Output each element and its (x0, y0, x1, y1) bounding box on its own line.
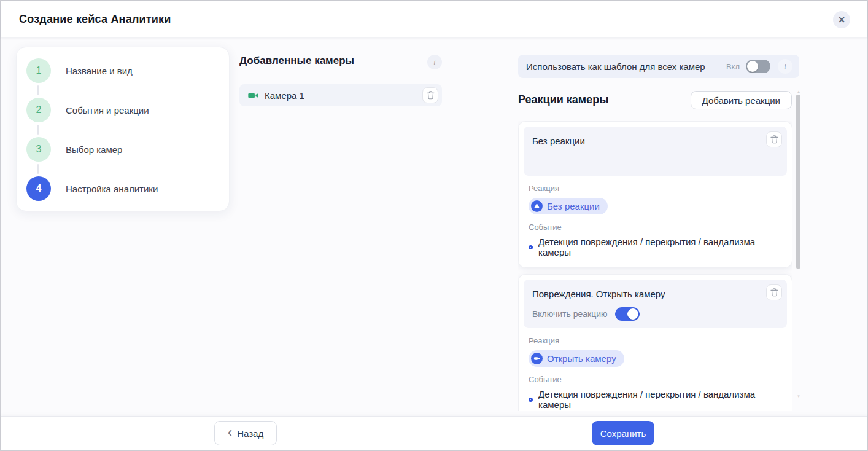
reaction-card-open-camera: Повреждения. Открыть камеру Включить реа… (518, 274, 792, 411)
reaction-field-label: Реакция (529, 184, 787, 193)
step-3-circle: 3 (26, 137, 51, 162)
reactions-scroll-area: Без реакции Реакция Без реакции Событи (518, 121, 792, 411)
event-ring-icon (529, 245, 533, 249)
back-button-label: Назад (237, 428, 263, 439)
toggle-knob (747, 61, 758, 72)
reactions-title: Реакции камеры (518, 93, 609, 106)
add-reactions-button[interactable]: Добавить реакции (691, 91, 792, 109)
enable-reaction-label: Включить реакцию (532, 309, 608, 319)
step-analytics-setup[interactable]: 4 Настройка аналитики (26, 176, 158, 201)
scroll-down-icon[interactable]: ▼ (796, 394, 801, 398)
event-field-label: Событие (529, 222, 787, 232)
stepper: 1 Название и вид 2 События и реакции 3 В… (16, 47, 230, 211)
event-text: Детекция повреждения / перекрытия / ванд… (538, 389, 787, 410)
no-reaction-icon (531, 200, 543, 212)
step-connector (37, 164, 39, 174)
step-events-reactions[interactable]: 2 События и реакции (26, 98, 149, 122)
delete-reaction-button[interactable] (766, 284, 782, 300)
step-4-label: Настройка аналитики (66, 184, 158, 194)
enable-reaction-row: Включить реакцию (532, 307, 780, 321)
trash-icon (770, 135, 778, 144)
reaction-card-header: Без реакции (524, 127, 787, 176)
back-button[interactable]: ‹ Назад (214, 421, 277, 445)
reactions-header: Реакции камеры Добавить реакции (518, 91, 792, 110)
chip-label: Без реакции (547, 201, 600, 211)
step-3-label: Выбор камер (66, 144, 122, 155)
delete-camera-button[interactable] (422, 87, 438, 103)
reaction-card-no-reaction: Без реакции Реакция Без реакции Событи (518, 121, 792, 268)
step-2-circle: 2 (26, 98, 51, 122)
event-ring-icon (529, 398, 533, 402)
chevron-left-icon: ‹ (228, 426, 232, 439)
template-label: Использовать как шаблон для всех камер (526, 61, 726, 72)
dialog-content: 1 Название и вид 2 События и реакции 3 В… (1, 37, 867, 416)
step-4-circle: 4 (26, 176, 51, 201)
toggle-knob (627, 308, 638, 320)
reaction-chip-open-camera[interactable]: Открыть камеру (529, 350, 624, 367)
step-connector (37, 85, 39, 95)
reaction-card-header: Повреждения. Открыть камеру Включить реа… (524, 280, 787, 328)
toggle-state-label: Вкл (726, 62, 740, 71)
scrollbar-thumb[interactable] (796, 95, 800, 269)
template-toggle[interactable] (746, 60, 770, 73)
cameras-info-button[interactable]: i (427, 55, 442, 69)
template-info-button[interactable]: i (778, 59, 792, 74)
open-camera-icon (531, 353, 543, 364)
delete-reaction-button[interactable] (766, 131, 782, 147)
template-bar: Использовать как шаблон для всех камер В… (518, 55, 799, 78)
analytics-case-dialog: Создание кейса Аналитики ✕ 1 Название и … (0, 0, 868, 451)
added-cameras-title: Добавленные камеры (239, 55, 354, 67)
video-camera-icon (248, 92, 258, 100)
trash-icon (427, 91, 435, 100)
trash-icon (770, 288, 778, 297)
scroll-up-icon[interactable]: ▲ (796, 90, 801, 93)
enable-reaction-toggle[interactable] (615, 307, 640, 321)
step-2-label: События и реакции (66, 105, 149, 116)
step-name-and-type[interactable]: 1 Название и вид (26, 58, 133, 83)
step-1-label: Название и вид (66, 66, 133, 76)
reaction-card-title: Повреждения. Открыть камеру (532, 287, 780, 299)
close-icon: ✕ (838, 15, 845, 25)
close-button[interactable]: ✕ (833, 11, 850, 28)
info-icon: i (433, 58, 435, 67)
save-button[interactable]: Сохранить (592, 421, 654, 445)
event-row: Детекция повреждения / перекрытия / ванд… (529, 237, 787, 257)
event-row: Детекция повреждения / перекрытия / ванд… (529, 389, 787, 410)
column-divider (452, 47, 452, 415)
chip-label: Открыть камеру (547, 353, 616, 364)
step-camera-selection[interactable]: 3 Выбор камер (26, 137, 122, 162)
event-field-label: Событие (529, 375, 787, 384)
dialog-header: Создание кейса Аналитики ✕ (1, 1, 867, 37)
header-spacer (532, 146, 780, 168)
dialog-footer: ‹ Назад Сохранить (1, 416, 867, 450)
step-connector (37, 125, 39, 135)
camera-name: Камера 1 (265, 90, 422, 101)
camera-list-item: Камера 1 (239, 84, 442, 106)
step-1-circle: 1 (26, 58, 51, 83)
reaction-card-title: Без реакции (532, 134, 780, 146)
event-text: Детекция повреждения / перекрытия / ванд… (538, 237, 787, 257)
info-icon: i (784, 62, 786, 71)
page-title: Создание кейса Аналитики (19, 13, 171, 26)
reaction-field-label: Реакция (529, 336, 787, 345)
reactions-scrollbar[interactable]: ▲ ▼ (796, 90, 801, 398)
reaction-chip-no-reaction[interactable]: Без реакции (529, 198, 608, 214)
